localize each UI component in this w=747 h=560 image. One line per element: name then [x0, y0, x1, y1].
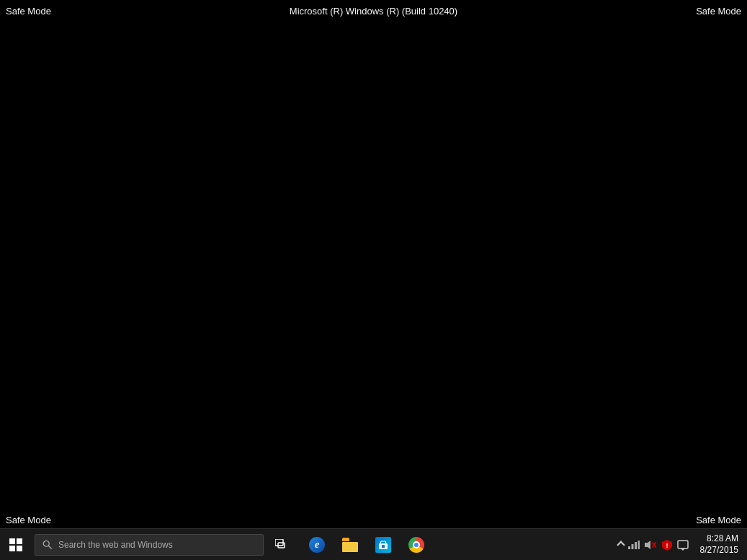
svg-rect-14: [678, 541, 688, 548]
svg-marker-15: [681, 548, 685, 551]
chrome-icon: [408, 537, 424, 553]
show-hidden-icons-button[interactable]: [618, 542, 624, 548]
volume-icon: [644, 539, 657, 551]
task-view-icon: [275, 539, 290, 551]
safe-mode-bottom-left: Safe Mode: [6, 515, 51, 525]
store-button[interactable]: [367, 529, 399, 561]
system-tray: ! 8:28 AM 8/27/2015: [612, 529, 747, 561]
file-explorer-button[interactable]: [334, 529, 366, 561]
taskbar: Search the web and Windows e: [0, 528, 747, 560]
svg-line-1: [48, 546, 51, 548]
safe-mode-top-center: Microsoft (R) Windows (R) (Build 10240): [290, 6, 457, 17]
safe-mode-bottom-right: Safe Mode: [696, 515, 741, 525]
svg-rect-5: [382, 545, 385, 548]
windows-logo-icon: [9, 538, 22, 551]
action-center-icon: [677, 539, 689, 551]
svg-rect-9: [638, 541, 640, 549]
task-view-button[interactable]: [267, 529, 298, 561]
chrome-button[interactable]: [401, 529, 432, 561]
taskbar-pinned-icons: e: [301, 529, 432, 561]
search-placeholder-text: Search the web and Windows: [58, 540, 173, 550]
svg-text:!: !: [666, 542, 668, 549]
svg-rect-6: [628, 546, 630, 549]
network-icon: [628, 541, 640, 549]
volume-icon-button[interactable]: [644, 539, 657, 551]
safe-mode-top-left: Safe Mode: [6, 6, 51, 17]
file-explorer-icon: [342, 538, 358, 552]
safe-mode-top-right: Safe Mode: [696, 6, 741, 17]
svg-marker-10: [645, 541, 650, 549]
store-icon: [375, 537, 391, 553]
security-icon-button[interactable]: !: [661, 539, 673, 551]
svg-rect-7: [631, 544, 633, 549]
edge-icon-button[interactable]: e: [301, 529, 333, 561]
security-icon: !: [661, 539, 673, 551]
action-center-button[interactable]: [677, 539, 689, 551]
date-text: 8/27/2015: [700, 545, 738, 556]
time-text: 8:28 AM: [707, 533, 738, 545]
search-bar[interactable]: Search the web and Windows: [35, 534, 264, 556]
network-icon-button[interactable]: [628, 541, 640, 549]
tray-icons-area: !: [612, 539, 694, 551]
datetime-display[interactable]: 8:28 AM 8/27/2015: [694, 533, 744, 556]
edge-icon: e: [309, 537, 325, 553]
search-icon: [43, 540, 53, 550]
start-button[interactable]: [0, 529, 32, 561]
svg-rect-8: [635, 542, 637, 549]
